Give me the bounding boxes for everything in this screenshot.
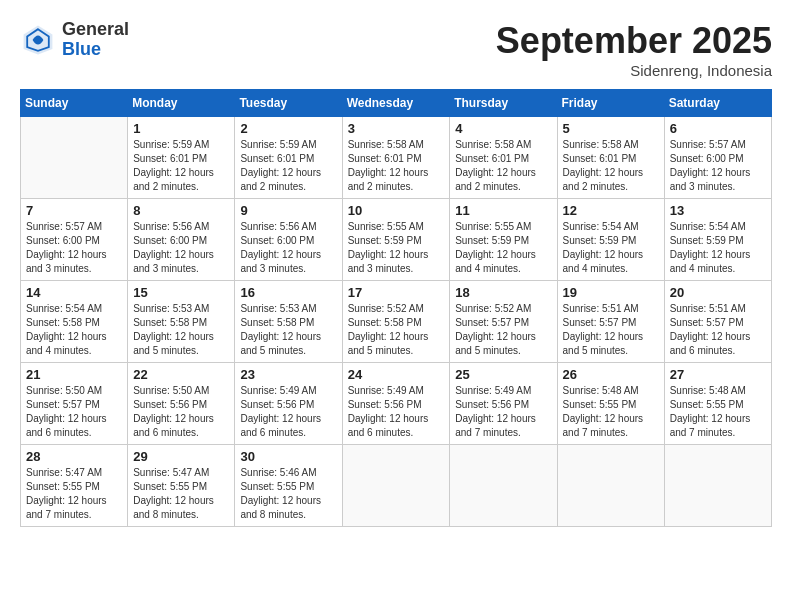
day-number: 27: [670, 367, 766, 382]
week-row-5: 28Sunrise: 5:47 AM Sunset: 5:55 PM Dayli…: [21, 445, 772, 527]
day-info: Sunrise: 5:47 AM Sunset: 5:55 PM Dayligh…: [26, 466, 122, 522]
calendar-cell: 6Sunrise: 5:57 AM Sunset: 6:00 PM Daylig…: [664, 117, 771, 199]
day-number: 5: [563, 121, 659, 136]
day-number: 4: [455, 121, 551, 136]
calendar-cell: [450, 445, 557, 527]
day-info: Sunrise: 5:58 AM Sunset: 6:01 PM Dayligh…: [563, 138, 659, 194]
day-number: 18: [455, 285, 551, 300]
calendar-header: SundayMondayTuesdayWednesdayThursdayFrid…: [21, 90, 772, 117]
day-number: 25: [455, 367, 551, 382]
page-header: General Blue September 2025 Sidenreng, I…: [20, 20, 772, 79]
calendar-cell: 21Sunrise: 5:50 AM Sunset: 5:57 PM Dayli…: [21, 363, 128, 445]
day-info: Sunrise: 5:58 AM Sunset: 6:01 PM Dayligh…: [348, 138, 445, 194]
day-info: Sunrise: 5:49 AM Sunset: 5:56 PM Dayligh…: [455, 384, 551, 440]
day-number: 17: [348, 285, 445, 300]
day-info: Sunrise: 5:48 AM Sunset: 5:55 PM Dayligh…: [670, 384, 766, 440]
calendar-cell: 8Sunrise: 5:56 AM Sunset: 6:00 PM Daylig…: [128, 199, 235, 281]
day-info: Sunrise: 5:54 AM Sunset: 5:59 PM Dayligh…: [670, 220, 766, 276]
day-number: 16: [240, 285, 336, 300]
day-number: 11: [455, 203, 551, 218]
day-number: 15: [133, 285, 229, 300]
day-number: 19: [563, 285, 659, 300]
day-info: Sunrise: 5:55 AM Sunset: 5:59 PM Dayligh…: [455, 220, 551, 276]
calendar-cell: 27Sunrise: 5:48 AM Sunset: 5:55 PM Dayli…: [664, 363, 771, 445]
day-info: Sunrise: 5:59 AM Sunset: 6:01 PM Dayligh…: [133, 138, 229, 194]
logo-icon: [20, 22, 56, 58]
day-info: Sunrise: 5:50 AM Sunset: 5:56 PM Dayligh…: [133, 384, 229, 440]
calendar-cell: 26Sunrise: 5:48 AM Sunset: 5:55 PM Dayli…: [557, 363, 664, 445]
calendar-cell: 16Sunrise: 5:53 AM Sunset: 5:58 PM Dayli…: [235, 281, 342, 363]
calendar-cell: [664, 445, 771, 527]
calendar-cell: 1Sunrise: 5:59 AM Sunset: 6:01 PM Daylig…: [128, 117, 235, 199]
weekday-header-friday: Friday: [557, 90, 664, 117]
calendar-cell: 13Sunrise: 5:54 AM Sunset: 5:59 PM Dayli…: [664, 199, 771, 281]
day-number: 8: [133, 203, 229, 218]
day-info: Sunrise: 5:46 AM Sunset: 5:55 PM Dayligh…: [240, 466, 336, 522]
calendar-cell: [557, 445, 664, 527]
day-number: 24: [348, 367, 445, 382]
day-info: Sunrise: 5:54 AM Sunset: 5:58 PM Dayligh…: [26, 302, 122, 358]
calendar-cell: 7Sunrise: 5:57 AM Sunset: 6:00 PM Daylig…: [21, 199, 128, 281]
calendar-cell: 5Sunrise: 5:58 AM Sunset: 6:01 PM Daylig…: [557, 117, 664, 199]
day-info: Sunrise: 5:58 AM Sunset: 6:01 PM Dayligh…: [455, 138, 551, 194]
day-number: 28: [26, 449, 122, 464]
day-info: Sunrise: 5:49 AM Sunset: 5:56 PM Dayligh…: [240, 384, 336, 440]
calendar-cell: [21, 117, 128, 199]
calendar-cell: 9Sunrise: 5:56 AM Sunset: 6:00 PM Daylig…: [235, 199, 342, 281]
weekday-header-monday: Monday: [128, 90, 235, 117]
day-number: 26: [563, 367, 659, 382]
calendar-cell: 24Sunrise: 5:49 AM Sunset: 5:56 PM Dayli…: [342, 363, 450, 445]
day-number: 2: [240, 121, 336, 136]
day-number: 20: [670, 285, 766, 300]
day-number: 29: [133, 449, 229, 464]
day-number: 9: [240, 203, 336, 218]
calendar-cell: 15Sunrise: 5:53 AM Sunset: 5:58 PM Dayli…: [128, 281, 235, 363]
calendar-table: SundayMondayTuesdayWednesdayThursdayFrid…: [20, 89, 772, 527]
calendar-cell: 10Sunrise: 5:55 AM Sunset: 5:59 PM Dayli…: [342, 199, 450, 281]
day-info: Sunrise: 5:55 AM Sunset: 5:59 PM Dayligh…: [348, 220, 445, 276]
calendar-cell: 25Sunrise: 5:49 AM Sunset: 5:56 PM Dayli…: [450, 363, 557, 445]
calendar-cell: 30Sunrise: 5:46 AM Sunset: 5:55 PM Dayli…: [235, 445, 342, 527]
logo-blue-text: Blue: [62, 40, 129, 60]
weekday-header-row: SundayMondayTuesdayWednesdayThursdayFrid…: [21, 90, 772, 117]
calendar-cell: 18Sunrise: 5:52 AM Sunset: 5:57 PM Dayli…: [450, 281, 557, 363]
calendar-cell: 23Sunrise: 5:49 AM Sunset: 5:56 PM Dayli…: [235, 363, 342, 445]
weekday-header-sunday: Sunday: [21, 90, 128, 117]
day-number: 23: [240, 367, 336, 382]
day-info: Sunrise: 5:48 AM Sunset: 5:55 PM Dayligh…: [563, 384, 659, 440]
calendar-cell: 29Sunrise: 5:47 AM Sunset: 5:55 PM Dayli…: [128, 445, 235, 527]
weekday-header-thursday: Thursday: [450, 90, 557, 117]
calendar-body: 1Sunrise: 5:59 AM Sunset: 6:01 PM Daylig…: [21, 117, 772, 527]
day-number: 21: [26, 367, 122, 382]
calendar-cell: 14Sunrise: 5:54 AM Sunset: 5:58 PM Dayli…: [21, 281, 128, 363]
weekday-header-tuesday: Tuesday: [235, 90, 342, 117]
day-number: 12: [563, 203, 659, 218]
day-info: Sunrise: 5:56 AM Sunset: 6:00 PM Dayligh…: [240, 220, 336, 276]
weekday-header-saturday: Saturday: [664, 90, 771, 117]
day-info: Sunrise: 5:53 AM Sunset: 5:58 PM Dayligh…: [133, 302, 229, 358]
calendar-cell: 17Sunrise: 5:52 AM Sunset: 5:58 PM Dayli…: [342, 281, 450, 363]
day-number: 10: [348, 203, 445, 218]
day-number: 3: [348, 121, 445, 136]
title-block: September 2025 Sidenreng, Indonesia: [496, 20, 772, 79]
week-row-3: 14Sunrise: 5:54 AM Sunset: 5:58 PM Dayli…: [21, 281, 772, 363]
day-info: Sunrise: 5:54 AM Sunset: 5:59 PM Dayligh…: [563, 220, 659, 276]
calendar-cell: 4Sunrise: 5:58 AM Sunset: 6:01 PM Daylig…: [450, 117, 557, 199]
day-info: Sunrise: 5:57 AM Sunset: 6:00 PM Dayligh…: [26, 220, 122, 276]
calendar-cell: 11Sunrise: 5:55 AM Sunset: 5:59 PM Dayli…: [450, 199, 557, 281]
logo: General Blue: [20, 20, 129, 60]
day-info: Sunrise: 5:51 AM Sunset: 5:57 PM Dayligh…: [670, 302, 766, 358]
day-number: 14: [26, 285, 122, 300]
day-info: Sunrise: 5:52 AM Sunset: 5:58 PM Dayligh…: [348, 302, 445, 358]
day-info: Sunrise: 5:53 AM Sunset: 5:58 PM Dayligh…: [240, 302, 336, 358]
day-info: Sunrise: 5:52 AM Sunset: 5:57 PM Dayligh…: [455, 302, 551, 358]
calendar-cell: 28Sunrise: 5:47 AM Sunset: 5:55 PM Dayli…: [21, 445, 128, 527]
weekday-header-wednesday: Wednesday: [342, 90, 450, 117]
logo-general-text: General: [62, 20, 129, 40]
logo-text: General Blue: [62, 20, 129, 60]
day-info: Sunrise: 5:49 AM Sunset: 5:56 PM Dayligh…: [348, 384, 445, 440]
day-number: 7: [26, 203, 122, 218]
day-number: 6: [670, 121, 766, 136]
day-info: Sunrise: 5:51 AM Sunset: 5:57 PM Dayligh…: [563, 302, 659, 358]
calendar-cell: 19Sunrise: 5:51 AM Sunset: 5:57 PM Dayli…: [557, 281, 664, 363]
